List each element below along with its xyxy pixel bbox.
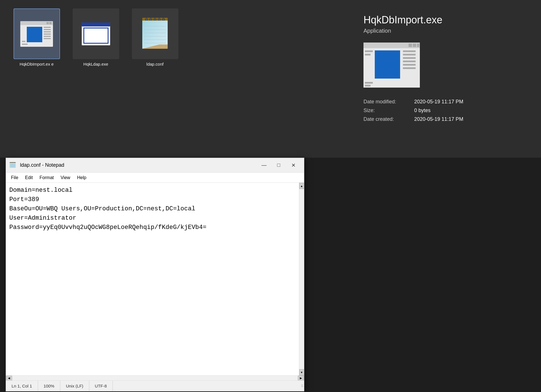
close-button[interactable]: ✕ [286, 158, 301, 173]
details-preview-thumbnail [363, 43, 420, 88]
horizontal-scrollbar[interactable]: ◀ ▶ [6, 375, 304, 380]
svg-rect-19 [108, 28, 108, 44]
svg-point-22 [149, 18, 152, 21]
status-line-ending: Unix (LF) [60, 381, 89, 391]
svg-rect-16 [83, 28, 108, 28]
svg-rect-10 [44, 38, 51, 39]
ldapconf-icon [141, 18, 169, 50]
svg-rect-7 [44, 31, 51, 32]
file-icon-ldapconf[interactable]: ldap.conf [130, 8, 180, 67]
date-modified-label: Date modified: [363, 99, 409, 105]
date-created-value: 2020-05-19 11:17 PM [414, 116, 527, 122]
encoding: UTF-8 [95, 384, 107, 388]
svg-rect-42 [403, 54, 416, 55]
svg-rect-12 [22, 41, 25, 42]
notepad-title-icon [9, 161, 17, 169]
file-label-hqkdbimport: HqkDbImport.ex e [20, 61, 54, 67]
notepad-titlebar: ldap.conf - Notepad — □ ✕ [6, 158, 304, 173]
svg-rect-15 [83, 28, 108, 44]
status-position: Ln 1, Col 1 [6, 381, 38, 391]
file-label-hqkldap: HqkLdap.exe [83, 61, 108, 67]
svg-rect-2 [46, 22, 49, 24]
svg-rect-17 [83, 28, 84, 44]
menu-view[interactable]: View [58, 174, 73, 181]
cursor-position: Ln 1, Col 1 [12, 384, 32, 388]
date-modified-value: 2020-05-19 11:17 PM [414, 99, 527, 105]
size-label: Size: [363, 108, 409, 113]
menu-format[interactable]: Format [37, 174, 57, 181]
svg-rect-8 [44, 34, 51, 35]
svg-rect-49 [365, 82, 373, 84]
vertical-scrollbar[interactable]: ▲ ▼ [299, 183, 304, 375]
svg-point-24 [158, 18, 161, 21]
details-panel: HqkDbImport.exe Application [349, 6, 541, 131]
svg-rect-45 [403, 64, 416, 66]
file-icon-wrapper-hqkdbimport [14, 8, 60, 59]
size-value: 0 bytes [414, 108, 527, 113]
minimize-button[interactable]: — [257, 158, 271, 173]
notepad-content-area: Domain=nest.local Port=389 BaseOu=OU=WBQ… [6, 183, 304, 375]
scroll-up-button[interactable]: ▲ [299, 183, 304, 189]
scroll-right-button[interactable]: ▶ [298, 376, 304, 381]
file-label-ldapconf: ldap.conf [147, 61, 164, 67]
hqkldap-exe-icon [81, 22, 111, 46]
resize-grip[interactable]: ⠿ [299, 384, 304, 389]
zoom-level: 100% [44, 384, 54, 388]
svg-rect-3 [49, 22, 52, 24]
scroll-left-button[interactable]: ◀ [6, 376, 12, 381]
maximize-button[interactable]: □ [271, 158, 286, 173]
svg-rect-55 [10, 163, 16, 168]
file-icons-area: HqkDbImport.ex e HqkLdap. [11, 8, 180, 67]
status-zoom: 100% [38, 381, 60, 391]
scroll-track-vertical[interactable] [299, 189, 304, 369]
preview-svg [363, 43, 420, 88]
status-encoding: UTF-8 [89, 381, 113, 391]
svg-rect-9 [44, 36, 51, 37]
svg-rect-39 [417, 44, 419, 47]
svg-rect-37 [409, 44, 412, 47]
file-icon-hqkldap[interactable]: HqkLdap.exe [70, 8, 121, 67]
notepad-title-text: ldap.conf - Notepad [20, 162, 257, 168]
svg-rect-11 [22, 44, 28, 45]
svg-point-25 [162, 18, 165, 21]
svg-rect-44 [403, 61, 416, 62]
scroll-track-horizontal[interactable] [12, 376, 298, 380]
scroll-down-button[interactable]: ▼ [299, 369, 304, 375]
svg-rect-40 [375, 50, 400, 79]
svg-rect-43 [403, 57, 416, 59]
menu-help[interactable]: Help [74, 174, 89, 181]
details-metadata: Date modified: 2020-05-19 11:17 PM Size:… [363, 99, 527, 122]
file-icon-wrapper-hqkldap [73, 8, 119, 59]
date-created-label: Date created: [363, 116, 409, 122]
notepad-menubar: File Edit Format View Help [6, 173, 304, 183]
svg-rect-48 [365, 54, 371, 55]
hqkdbimport-exe-icon [20, 21, 54, 47]
notepad-textarea[interactable]: Domain=nest.local Port=389 BaseOu=OU=WBQ… [6, 183, 299, 375]
menu-edit[interactable]: Edit [22, 174, 36, 181]
line-ending: Unix (LF) [66, 384, 83, 388]
svg-rect-50 [365, 85, 371, 86]
svg-rect-6 [44, 29, 51, 30]
notepad-small-icon [9, 161, 17, 169]
explorer-background: HqkDbImport.ex e HqkLdap. [0, 0, 541, 158]
svg-rect-18 [83, 43, 108, 44]
notepad-window: ldap.conf - Notepad — □ ✕ File Edit Form… [6, 158, 304, 391]
svg-rect-4 [27, 27, 42, 42]
svg-rect-5 [44, 27, 51, 28]
file-icon-hqkdbimport[interactable]: HqkDbImport.ex e [11, 8, 62, 67]
menu-file[interactable]: File [8, 174, 21, 181]
notepad-statusbar: Ln 1, Col 1 100% Unix (LF) UTF-8 ⠿ [6, 380, 304, 391]
svg-rect-41 [403, 50, 416, 52]
svg-rect-14 [82, 23, 110, 26]
svg-point-21 [145, 18, 148, 21]
file-icon-wrapper-ldapconf [132, 8, 178, 59]
details-type: Application [363, 28, 527, 34]
svg-rect-46 [403, 67, 416, 69]
notepad-window-controls: — □ ✕ [257, 158, 301, 173]
svg-rect-47 [365, 50, 373, 52]
details-filename: HqkDbImport.exe [363, 14, 527, 26]
svg-rect-38 [413, 44, 416, 47]
svg-point-23 [154, 18, 156, 21]
